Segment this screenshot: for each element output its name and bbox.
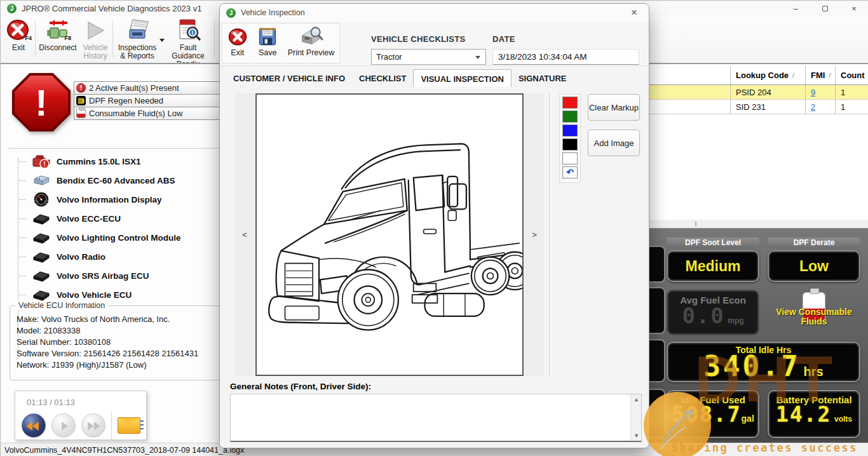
tab-customer-vehicle-info[interactable]: CUSTOMER / VEHICLE INFO: [226, 71, 352, 87]
add-image-button[interactable]: Add Image: [588, 130, 640, 156]
vehicle-checklists-select[interactable]: Tractor: [371, 49, 486, 65]
fast-forward-button[interactable]: [81, 413, 105, 438]
inspections-reports-button[interactable]: Inspections & Reports: [115, 18, 159, 60]
truck-line-drawing: [257, 95, 522, 375]
panel-splitter[interactable]: [649, 220, 868, 228]
tab-signature[interactable]: SIGNATURE: [512, 71, 574, 87]
minimize-button[interactable]: –: [781, 1, 810, 16]
jpro-logo-icon: J: [7, 4, 17, 13]
dpf-derate-gauge: Low: [768, 250, 860, 282]
tree-item-engine[interactable]: ! Cummins 15.0L ISX1: [18, 153, 141, 170]
svg-text:!: !: [43, 161, 45, 168]
dialog-exit-button[interactable]: Exit: [227, 26, 248, 57]
date-label: DATE: [492, 34, 515, 44]
watermark-text-big: DHT: [695, 342, 837, 416]
previous-image-button[interactable]: <: [235, 93, 254, 376]
maximize-icon: [822, 6, 828, 11]
ecu-icon: [32, 230, 51, 245]
dialog-save-button[interactable]: Save: [257, 26, 278, 57]
dialog-toolbar: Exit Save: [220, 22, 649, 66]
fault-table-header: Lookup Code/ FMI/ Count: [649, 66, 868, 85]
playback-time: 01:13 / 01:13: [27, 398, 75, 407]
tree-item-ecc-ecu[interactable]: Volvo ECC-ECU: [18, 210, 121, 227]
column-fmi[interactable]: FMI/: [805, 66, 835, 84]
disconnect-button[interactable]: F8 Disconnect: [37, 18, 78, 52]
color-swatch-green[interactable]: [562, 111, 578, 123]
vehicle-inspection-dialog: J Vehicle Inspection × Exit: [219, 3, 649, 448]
alert-active-faults[interactable]: ! 2 Active Fault(s) Present: [74, 81, 222, 95]
play-button[interactable]: [51, 413, 76, 438]
ecu-icon: [32, 249, 51, 264]
chevron-down-icon: [475, 56, 480, 59]
date-field[interactable]: 3/18/2023 10:34:04 AM: [492, 49, 639, 65]
vehicle-history-icon: [83, 18, 107, 43]
fmi-link[interactable]: 2: [811, 102, 815, 112]
column-lookup-code[interactable]: Lookup Code/: [730, 66, 805, 84]
ecu-icon: [32, 268, 51, 283]
email-button[interactable]: [118, 417, 140, 434]
close-button[interactable]: ×: [839, 1, 868, 16]
column-count[interactable]: Count: [835, 66, 868, 84]
general-notes-label: General Notes (Front, Driver Side):: [230, 382, 371, 391]
fmi-link[interactable]: 9: [811, 88, 815, 97]
ecu-icon: [32, 211, 51, 226]
maximize-button[interactable]: [810, 1, 839, 16]
abs-module-icon: [32, 173, 51, 188]
tree-item-radio[interactable]: Volvo Radio: [18, 248, 105, 265]
tab-checklist[interactable]: CHECKLIST: [352, 71, 413, 87]
tree-item-abs[interactable]: Bendix EC-60 Advanced ABS: [18, 172, 175, 189]
dpf-icon: [76, 96, 86, 105]
inspections-dropdown-caret[interactable]: [159, 39, 165, 42]
color-swatch-black[interactable]: [562, 138, 578, 151]
tree-item-info-display[interactable]: Volvo Information Display: [18, 191, 162, 208]
next-image-button[interactable]: >: [525, 93, 544, 376]
alert-list: ! 2 Active Fault(s) Present DPF Regen Ne…: [74, 82, 222, 120]
gauge-icon: [32, 192, 51, 207]
dialog-titlebar: J Vehicle Inspection ×: [220, 4, 649, 22]
fault-row[interactable]: SID 231 2 1: [649, 100, 868, 114]
tree-item-srs-airbag[interactable]: Volvo SRS Airbag ECU: [18, 267, 149, 284]
dialog-exit-icon: [227, 26, 248, 48]
color-swatch-white[interactable]: [562, 152, 578, 164]
alert-consumable-fluids[interactable]: Consumable Fluid(s) Low: [74, 107, 222, 120]
tree-item-lighting[interactable]: Volvo Lighting Control Module: [18, 229, 180, 246]
active-fault-stop-icon: !: [12, 73, 71, 131]
notes-scrollbar[interactable]: ▲ ▼: [630, 394, 641, 441]
rewind-button[interactable]: [22, 413, 46, 438]
general-notes-textarea[interactable]: ▲ ▼: [230, 394, 642, 442]
print-preview-button[interactable]: Print Preview: [288, 26, 335, 57]
divider: [549, 93, 550, 376]
undo-markup-button[interactable]: ↶: [562, 166, 578, 178]
play-icon: [62, 422, 68, 431]
disconnect-icon: F8: [46, 18, 70, 43]
tab-visual-inspection[interactable]: VISUAL INSPECTION: [413, 69, 512, 87]
watermark-tagline: Sharing creates success: [672, 441, 858, 454]
vehicle-diagram[interactable]: [255, 93, 524, 376]
scroll-up-icon[interactable]: ▲: [634, 396, 639, 403]
undo-icon: ↶: [566, 167, 574, 177]
color-swatch-red[interactable]: [562, 97, 578, 109]
exit-icon: F4: [6, 18, 31, 43]
clear-markup-button[interactable]: Clear Markup: [588, 94, 640, 121]
ecu-icon: [32, 287, 51, 302]
ecu-software: Software Version: 21561426 21561428 2156…: [17, 348, 198, 359]
vehicle-history-button[interactable]: Vehicle History: [79, 18, 111, 60]
view-consumable-fluids-button[interactable]: View Consumable Fluids: [768, 292, 860, 326]
color-swatch-blue[interactable]: [562, 124, 578, 137]
main-window-title: JPRO® Commercial Vehicle Diagnostics 202…: [22, 4, 201, 13]
exit-button[interactable]: F4 Exit: [4, 18, 32, 52]
fault-guidance-button[interactable]: Fault Guidance Bendix: [165, 18, 212, 69]
sort-icon: /: [792, 72, 794, 79]
dialog-close-button[interactable]: ×: [627, 6, 641, 19]
fault-table: Lookup Code/ FMI/ Count PSID 204 9 1 SID…: [649, 64, 868, 220]
avg-fuel-econ-gauge: Avg Fuel Econ 0.0 mpg: [667, 290, 759, 335]
ecu-make: Make: Volvo Trucks of North America, Inc…: [17, 314, 198, 325]
fault-guidance-icon: [176, 18, 200, 43]
fault-row[interactable]: PSID 204 9 1: [649, 85, 868, 100]
scroll-down-icon[interactable]: ▼: [634, 433, 639, 439]
save-icon: [257, 26, 278, 48]
dpf-soot-header: DPF Soot Level: [667, 238, 759, 248]
visual-inspection-body: <: [220, 87, 649, 448]
markup-color-palette: ↶: [559, 94, 581, 183]
alert-dpf-regen[interactable]: DPF Regen Needed: [74, 94, 222, 107]
